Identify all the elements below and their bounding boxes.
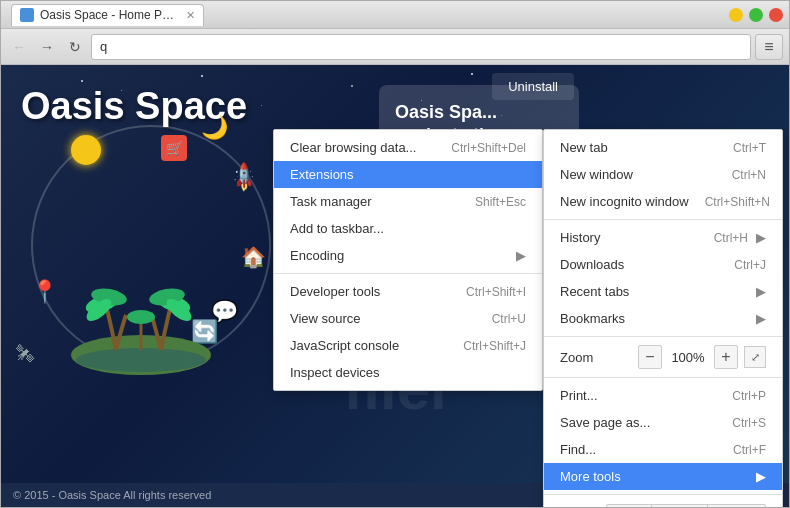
menu-item-new-window[interactable]: New window Ctrl+N <box>544 161 782 188</box>
zoom-plus-button[interactable]: + <box>714 345 738 369</box>
svg-point-8 <box>127 310 155 324</box>
browser-frame: Oasis Space - Home Page ✕ ← → ↻ q ≡ <box>0 0 790 508</box>
menu-item-find[interactable]: Find... Ctrl+F <box>544 436 782 463</box>
title-bar: Oasis Space - Home Page ✕ <box>1 1 789 29</box>
forward-button[interactable]: → <box>35 35 59 59</box>
minimize-button[interactable] <box>729 8 743 22</box>
menu-item-incognito[interactable]: New incognito window Ctrl+Shift+N <box>544 188 782 215</box>
submenu-item-clear-browsing[interactable]: Clear browsing data... Ctrl+Shift+Del <box>274 134 542 161</box>
moon-icon: 🌙 <box>201 115 228 141</box>
menu-item-downloads[interactable]: Downloads Ctrl+J <box>544 251 782 278</box>
menu-item-bookmarks[interactable]: Bookmarks ▶ <box>544 305 782 332</box>
content-area: Oasis Space Uninstall 🛒 🚀 🌙 🏠 <box>1 65 789 507</box>
menu-section-tools: Print... Ctrl+P Save page as... Ctrl+S F… <box>544 378 782 495</box>
browser-tab[interactable]: Oasis Space - Home Page ✕ <box>11 4 204 26</box>
tab-close-button[interactable]: ✕ <box>186 9 195 22</box>
submenu-item-js-console[interactable]: JavaScript console Ctrl+Shift+J <box>274 332 542 359</box>
menu-item-print[interactable]: Print... Ctrl+P <box>544 382 782 409</box>
sun-icon <box>71 135 101 165</box>
tab-favicon <box>20 8 34 22</box>
close-button[interactable] <box>769 8 783 22</box>
cart-icon: 🛒 <box>161 135 187 161</box>
submenu-section-2: Developer tools Ctrl+Shift+I View source… <box>274 274 542 390</box>
submenu-item-encoding[interactable]: Encoding ▶ <box>274 242 542 269</box>
menu-item-save-page[interactable]: Save page as... Ctrl+S <box>544 409 782 436</box>
submenu-item-add-taskbar[interactable]: Add to taskbar... <box>274 215 542 242</box>
island-graphic <box>61 275 221 375</box>
submenu-item-inspect-devices[interactable]: Inspect devices <box>274 359 542 386</box>
reload-button[interactable]: ↻ <box>63 35 87 59</box>
menu-item-recent-tabs[interactable]: Recent tabs ▶ <box>544 278 782 305</box>
back-button[interactable]: ← <box>7 35 31 59</box>
window-controls <box>729 8 783 22</box>
menu-section-history: History Ctrl+H ▶ Downloads Ctrl+J Recent… <box>544 220 782 337</box>
address-text: q <box>100 39 107 54</box>
submenu-item-dev-tools[interactable]: Developer tools Ctrl+Shift+I <box>274 278 542 305</box>
zoom-minus-button[interactable]: − <box>638 345 662 369</box>
menu-item-history[interactable]: History Ctrl+H ▶ <box>544 224 782 251</box>
cut-button[interactable]: Cut <box>606 504 652 507</box>
satellite-icon: 🛰 <box>16 344 34 365</box>
zoom-row: Zoom − 100% + ⤢ <box>544 341 782 373</box>
zoom-label: Zoom <box>560 350 638 365</box>
footer-copyright: © 2015 - Oasis Space All rights reserved <box>13 489 211 501</box>
svg-point-1 <box>76 348 206 372</box>
edit-row: Edit Cut Copy Paste <box>544 499 782 507</box>
title-bar-left: Oasis Space - Home Page ✕ <box>7 4 204 26</box>
paste-button[interactable]: Paste <box>708 504 766 507</box>
chrome-menu-button[interactable]: ≡ <box>755 34 783 60</box>
menu-section-new: New tab Ctrl+T New window Ctrl+N New inc… <box>544 130 782 220</box>
submenu-item-extensions[interactable]: Extensions <box>274 161 542 188</box>
submenu-item-view-source[interactable]: View source Ctrl+U <box>274 305 542 332</box>
more-tools-submenu: Clear browsing data... Ctrl+Shift+Del Ex… <box>273 129 543 391</box>
submenu-item-task-manager[interactable]: Task manager Shift+Esc <box>274 188 542 215</box>
maximize-button[interactable] <box>749 8 763 22</box>
address-bar[interactable]: q <box>91 34 751 60</box>
tab-title: Oasis Space - Home Page <box>40 8 180 22</box>
pin-icon: 📍 <box>31 279 58 305</box>
menu-item-more-tools[interactable]: More tools ▶ <box>544 463 782 490</box>
tab-bar: Oasis Space - Home Page ✕ <box>11 4 204 26</box>
nav-bar: ← → ↻ q ≡ <box>1 29 789 65</box>
menu-section-zoom: Zoom − 100% + ⤢ <box>544 337 782 378</box>
chrome-main-menu: New tab Ctrl+T New window Ctrl+N New inc… <box>543 129 783 507</box>
menu-item-new-tab[interactable]: New tab Ctrl+T <box>544 134 782 161</box>
submenu-section-1: Clear browsing data... Ctrl+Shift+Del Ex… <box>274 130 542 274</box>
zoom-value: 100% <box>668 350 708 365</box>
copy-button[interactable]: Copy <box>652 504 707 507</box>
zoom-fullscreen-button[interactable]: ⤢ <box>744 346 766 368</box>
menu-section-edit: Edit Cut Copy Paste <box>544 495 782 507</box>
house-icon: 🏠 <box>241 245 266 269</box>
zoom-controls: − 100% + ⤢ <box>638 345 766 369</box>
